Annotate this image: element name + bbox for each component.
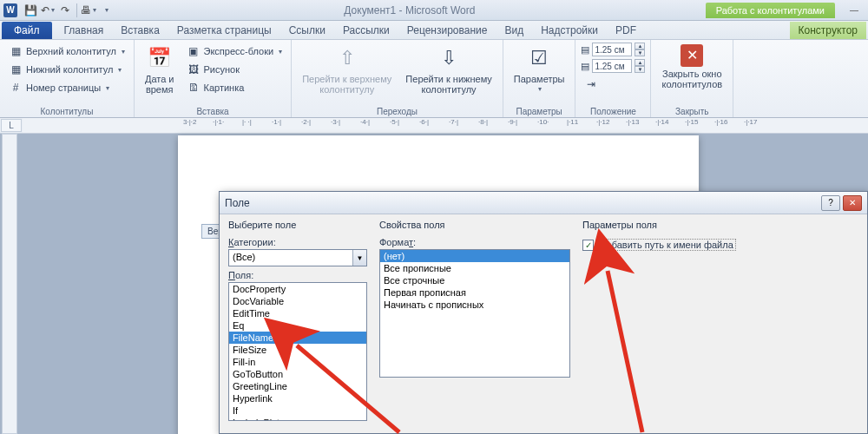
goto-footer-button[interactable]: ⇩Перейти к нижнему колонтитулу [400, 43, 496, 96]
tab-file[interactable]: Файл [2, 22, 52, 39]
add-path-checkbox[interactable]: ✓ [582, 240, 594, 251]
vertical-ruler[interactable] [2, 134, 17, 434]
group-label: Вставка [140, 106, 286, 116]
word-app-icon: W [3, 3, 17, 17]
quickparts-icon: ▣ [187, 44, 201, 58]
list-item[interactable]: Fill-in [229, 356, 366, 368]
list-item[interactable]: FileSize [229, 344, 366, 356]
list-item[interactable]: (нет) [380, 250, 569, 262]
tab-review[interactable]: Рецензирование [398, 22, 496, 39]
dialog-close-button[interactable]: ✕ [843, 195, 862, 211]
goto-header-icon: ⇧ [333, 44, 361, 72]
list-item[interactable]: Все прописные [380, 262, 569, 274]
page-number-icon: # [9, 81, 23, 95]
tab-mailings[interactable]: Рассылки [334, 22, 398, 39]
goto-footer-icon: ⇩ [435, 44, 463, 72]
options-icon: ☑ [525, 44, 553, 72]
group-insert: 📅Дата и время ▣Экспресс-блоки▾ 🖼Рисунок … [135, 40, 292, 117]
group-label: Колонтитулы [5, 106, 128, 116]
spin-up[interactable]: ▲ [635, 59, 645, 66]
redo-icon[interactable]: ↷ [57, 3, 73, 18]
dialog-help-button[interactable]: ? [821, 195, 840, 211]
dialog-titlebar[interactable]: Поле ? ✕ [220, 192, 867, 214]
list-item[interactable]: IncludePicture [229, 417, 366, 421]
horizontal-ruler[interactable]: 3·|·2·|·1·|· ·|·1·|·2·|·3·|·4·|·5·|·6·|·… [23, 118, 868, 133]
datetime-button[interactable]: 📅Дата и время [140, 43, 180, 96]
group-label: Параметры [509, 106, 570, 116]
quickparts-button[interactable]: ▣Экспресс-блоки▾ [183, 43, 286, 60]
options-button[interactable]: ☑Параметры▾ [509, 43, 570, 95]
list-item[interactable]: DocProperty [229, 283, 366, 295]
list-item[interactable]: Hyperlink [229, 392, 366, 404]
tab-home[interactable]: Главная [56, 22, 113, 39]
group-headers-footers: ▦Верхний колонтитул▾ ▦Нижний колонтитул▾… [0, 40, 135, 117]
minimize-button[interactable]: — [844, 4, 865, 16]
ruler-row: L 3·|·2·|·1·|· ·|·1·|·2·|·3·|·4·|·5·|·6·… [0, 118, 868, 134]
tab-insert[interactable]: Вставка [112, 22, 168, 39]
footer-distance-icon: ▤ [581, 61, 589, 72]
title-bar: W 💾 ↶▾ ↷ 🖶▾ ▾ Документ1 - Microsoft Word… [0, 0, 868, 21]
categories-value: (Все) [229, 250, 352, 266]
list-item[interactable]: Eq [229, 319, 366, 332]
format-label: Формат: [379, 237, 570, 247]
insert-alignment-tab[interactable]: ⇥ [581, 76, 645, 93]
save-icon[interactable]: 💾 [23, 3, 38, 18]
group-navigation: ⇧Перейти к верхнему колонтитулу ⇩Перейти… [292, 40, 503, 117]
picture-icon: 🖼 [187, 62, 201, 76]
alignment-tab-icon: ⇥ [584, 77, 598, 91]
fields-label: Поля: [228, 270, 367, 280]
header-icon: ▦ [9, 44, 23, 58]
list-item[interactable]: FileName [229, 332, 366, 344]
list-item[interactable]: Начинать с прописных [380, 299, 569, 311]
list-item[interactable]: GoToButton [229, 368, 366, 380]
tab-selector[interactable]: L [1, 119, 22, 132]
print-icon[interactable]: 🖶▾ [81, 3, 96, 18]
group-label: Положение [581, 106, 645, 116]
tab-pagelayout[interactable]: Разметка страницы [168, 22, 280, 39]
footer-icon: ▦ [9, 62, 23, 76]
page-number-button[interactable]: #Номер страницы▾ [5, 79, 128, 96]
clipart-button[interactable]: 🖻Картинка [183, 79, 286, 96]
dialog-title: Поле [225, 197, 819, 209]
list-item[interactable]: DocVariable [229, 295, 366, 307]
spin-up[interactable]: ▲ [635, 43, 645, 49]
spin-down[interactable]: ▼ [635, 66, 645, 73]
categories-label: Категории: [228, 237, 367, 247]
list-item[interactable]: EditTime [229, 307, 366, 319]
field-properties-heading: Свойства поля [379, 220, 570, 230]
format-listbox[interactable]: (нет)Все прописныеВсе строчныеПервая про… [379, 249, 570, 378]
categories-combo[interactable]: (Все) ▼ [228, 249, 367, 266]
list-item[interactable]: Все строчные [380, 274, 569, 286]
list-item[interactable]: If [229, 404, 366, 417]
window-title: Документ1 - Microsoft Word [114, 4, 706, 16]
footer-from-bottom: ▤ 1.25 см ▲▼ [581, 59, 645, 73]
goto-header-button[interactable]: ⇧Перейти к верхнему колонтитулу [297, 43, 397, 96]
footer-distance-input[interactable]: 1.25 см [592, 59, 632, 73]
tab-addins[interactable]: Надстройки [532, 22, 607, 39]
clipart-icon: 🖻 [187, 81, 201, 95]
spin-down[interactable]: ▼ [635, 49, 645, 56]
group-close: ✕Закрыть окно колонтитулов Закрыть [651, 40, 733, 117]
header-button[interactable]: ▦Верхний колонтитул▾ [5, 43, 128, 60]
qat-customize-icon[interactable]: ▾ [98, 3, 114, 18]
header-from-top: ▤ 1.25 см ▲▼ [581, 43, 645, 56]
list-item[interactable]: Первая прописная [380, 286, 569, 299]
field-options-heading: Параметры поля [582, 220, 858, 230]
header-distance-icon: ▤ [581, 44, 589, 56]
tab-references[interactable]: Ссылки [280, 22, 334, 39]
footer-button[interactable]: ▦Нижний колонтитул▾ [5, 61, 128, 78]
tab-design-contextual[interactable]: Конструктор [790, 22, 866, 39]
header-distance-input[interactable]: 1.25 см [592, 43, 632, 56]
chevron-down-icon[interactable]: ▼ [352, 250, 366, 266]
close-icon: ✕ [681, 44, 703, 67]
picture-button[interactable]: 🖼Рисунок [183, 61, 286, 78]
select-field-heading: Выберите поле [228, 220, 367, 230]
close-headerfooter-button[interactable]: ✕Закрыть окно колонтитулов [656, 43, 727, 91]
list-item[interactable]: GreetingLine [229, 380, 366, 392]
tab-pdf[interactable]: PDF [607, 22, 645, 39]
fields-listbox[interactable]: DocPropertyDocVariableEditTimeEqFileName… [228, 282, 367, 421]
calendar-icon: 📅 [146, 44, 174, 72]
undo-icon[interactable]: ↶▾ [40, 3, 56, 18]
document-workspace: Вер Поле ? ✕ Выберите поле Категории: (В… [0, 134, 868, 434]
tab-view[interactable]: Вид [496, 22, 532, 39]
